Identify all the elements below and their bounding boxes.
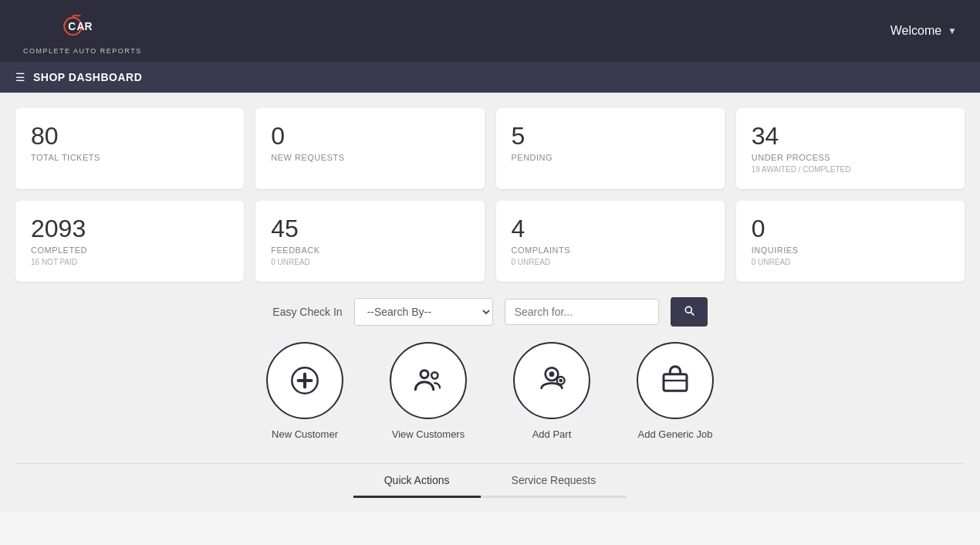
svg-text:AR: AR <box>76 21 92 32</box>
svg-rect-12 <box>664 374 687 391</box>
svg-point-8 <box>421 371 428 378</box>
view-customers-circle <box>390 342 467 419</box>
logo: AR C COMPLETE AUTO REPORTS <box>23 7 142 55</box>
welcome-menu[interactable]: Welcome ▼ <box>890 24 957 38</box>
stat-completed[interactable]: 2093 COMPLETED 16 NOT PAID <box>15 201 244 282</box>
svg-point-10 <box>549 371 555 377</box>
new-customer-circle <box>266 342 343 419</box>
logo-subtitle: COMPLETE AUTO REPORTS <box>23 47 142 55</box>
stat-under-process[interactable]: 34 UNDER PROCESS 19 AWAITED / COMPLETED <box>736 108 965 189</box>
menu-icon[interactable]: ☰ <box>15 71 25 83</box>
dashboard-title: SHOP DASHBOARD <box>33 71 142 83</box>
stat-total-tickets[interactable]: 80 TOTAL TICKETS <box>15 108 244 189</box>
stat-sub: 0 UNREAD <box>512 258 709 266</box>
stat-complaints[interactable]: 4 COMPLAINTS 0 UNREAD <box>496 201 725 282</box>
search-button[interactable] <box>671 297 708 327</box>
tab-service-requests[interactable]: Service Requests <box>481 465 627 498</box>
stat-label: FEEDBACK <box>271 245 468 255</box>
dropdown-arrow-icon: ▼ <box>948 25 957 36</box>
stat-label: COMPLAINTS <box>512 245 709 255</box>
sub-header: ☰ SHOP DASHBOARD <box>0 62 980 93</box>
stat-number: 34 <box>752 124 949 148</box>
svg-text:C: C <box>68 21 76 32</box>
app-header: AR C COMPLETE AUTO REPORTS Welcome ▼ <box>0 0 980 62</box>
add-part-circle <box>513 342 590 419</box>
tabs-section: Quick Actions Service Requests <box>15 463 965 497</box>
stat-sub: 0 UNREAD <box>752 258 949 266</box>
stat-label: NEW REQUESTS <box>271 153 468 162</box>
actions-section: New Customer View Customers <box>15 342 965 440</box>
svg-point-11 <box>559 379 563 383</box>
search-input[interactable] <box>505 299 659 325</box>
stat-number: 45 <box>271 216 468 241</box>
stat-inquiries[interactable]: 0 INQUIRIES 0 UNREAD <box>736 201 965 282</box>
checkin-label: Easy Check In <box>272 306 342 318</box>
stat-label: TOTAL TICKETS <box>31 153 228 162</box>
stat-label: UNDER PROCESS <box>752 153 949 162</box>
welcome-label: Welcome <box>890 24 941 38</box>
stat-pending[interactable]: 5 PENDING <box>496 108 725 189</box>
stat-label: COMPLETED <box>31 245 228 255</box>
new-customer-label: New Customer <box>272 428 338 440</box>
stat-number: 5 <box>512 124 709 148</box>
view-customers-action[interactable]: View Customers <box>390 342 467 440</box>
view-customers-label: View Customers <box>392 428 465 440</box>
stat-number: 0 <box>752 216 949 241</box>
easy-checkin: Easy Check In --Search By-- Name Phone E… <box>15 297 965 327</box>
stat-label: PENDING <box>512 153 709 162</box>
add-generic-job-label: Add Generic Job <box>638 428 713 440</box>
stat-number: 4 <box>512 216 709 241</box>
add-part-label: Add Part <box>532 428 572 440</box>
stat-label: INQUIRIES <box>752 245 949 255</box>
stat-feedback[interactable]: 45 FEEDBACK 0 UNREAD <box>255 201 484 282</box>
stat-sub: 19 AWAITED / COMPLETED <box>752 165 949 174</box>
add-generic-job-circle <box>637 342 714 419</box>
stat-number: 2093 <box>31 216 228 241</box>
add-part-action[interactable]: Add Part <box>513 342 590 440</box>
new-customer-action[interactable]: New Customer <box>266 342 343 440</box>
svg-point-9 <box>431 372 438 378</box>
stat-number: 0 <box>271 124 468 148</box>
search-by-select[interactable]: --Search By-- Name Phone Email License P… <box>354 298 493 326</box>
stat-sub: 16 NOT PAID <box>31 258 228 266</box>
add-generic-job-action[interactable]: Add Generic Job <box>637 342 714 440</box>
main-content: 80 TOTAL TICKETS 0 NEW REQUESTS 5 PENDIN… <box>0 93 980 513</box>
tab-quick-actions[interactable]: Quick Actions <box>353 465 481 498</box>
stat-sub: 0 UNREAD <box>271 258 468 266</box>
stats-grid: 80 TOTAL TICKETS 0 NEW REQUESTS 5 PENDIN… <box>15 108 965 282</box>
stat-new-requests[interactable]: 0 NEW REQUESTS <box>255 108 484 189</box>
stat-number: 80 <box>31 124 228 148</box>
